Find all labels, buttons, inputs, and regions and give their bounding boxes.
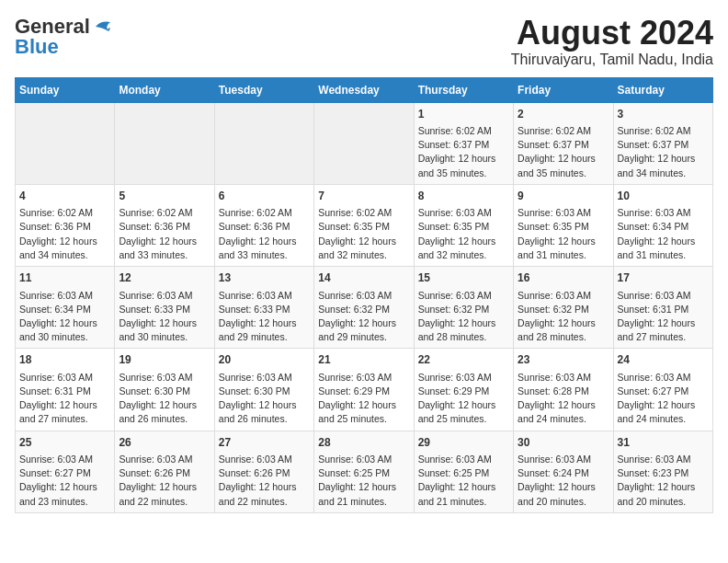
calendar-cell: 18Sunrise: 6:03 AM Sunset: 6:31 PM Dayli…	[16, 349, 115, 431]
day-info: Sunrise: 6:03 AM Sunset: 6:23 PM Dayligh…	[618, 453, 709, 509]
week-row-5: 25Sunrise: 6:03 AM Sunset: 6:27 PM Dayli…	[16, 431, 713, 512]
calendar-cell	[16, 102, 115, 184]
day-info: Sunrise: 6:03 AM Sunset: 6:30 PM Dayligh…	[119, 371, 210, 427]
day-number: 7	[318, 189, 409, 204]
calendar-cell: 27Sunrise: 6:03 AM Sunset: 6:26 PM Dayli…	[214, 431, 313, 512]
day-info: Sunrise: 6:03 AM Sunset: 6:34 PM Dayligh…	[19, 289, 110, 345]
day-number: 14	[318, 270, 409, 286]
calendar-cell: 20Sunrise: 6:03 AM Sunset: 6:30 PM Dayli…	[214, 349, 313, 431]
day-number: 20	[219, 352, 310, 368]
col-header-friday: Friday	[514, 77, 613, 102]
page-subtitle: Thiruvaiyaru, Tamil Nadu, India	[511, 52, 713, 68]
logo: General Blue	[15, 15, 112, 59]
day-number: 18	[19, 352, 110, 368]
calendar-table: SundayMondayTuesdayWednesdayThursdayFrid…	[15, 77, 713, 513]
day-number: 22	[418, 352, 509, 368]
calendar-cell	[214, 102, 313, 184]
calendar-cell: 21Sunrise: 6:03 AM Sunset: 6:29 PM Dayli…	[314, 349, 414, 431]
day-number: 28	[318, 435, 409, 451]
day-number: 29	[418, 435, 509, 451]
day-number: 27	[219, 435, 310, 451]
week-row-2: 4Sunrise: 6:02 AM Sunset: 6:36 PM Daylig…	[16, 184, 713, 266]
day-info: Sunrise: 6:03 AM Sunset: 6:25 PM Dayligh…	[318, 453, 409, 509]
day-number: 16	[518, 270, 609, 286]
calendar-cell: 17Sunrise: 6:03 AM Sunset: 6:31 PM Dayli…	[613, 267, 712, 349]
day-info: Sunrise: 6:02 AM Sunset: 6:36 PM Dayligh…	[19, 206, 110, 262]
day-info: Sunrise: 6:03 AM Sunset: 6:31 PM Dayligh…	[618, 289, 709, 345]
day-number: 8	[418, 189, 509, 204]
calendar-header-row: SundayMondayTuesdayWednesdayThursdayFrid…	[16, 77, 713, 102]
day-info: Sunrise: 6:03 AM Sunset: 6:27 PM Dayligh…	[19, 453, 110, 509]
week-row-1: 1Sunrise: 6:02 AM Sunset: 6:37 PM Daylig…	[16, 102, 713, 184]
day-number: 11	[19, 270, 110, 286]
calendar-cell: 8Sunrise: 6:03 AM Sunset: 6:35 PM Daylig…	[414, 184, 513, 266]
day-info: Sunrise: 6:03 AM Sunset: 6:25 PM Dayligh…	[418, 453, 509, 509]
page-header: General Blue August 2024 Thiruvaiyaru, T…	[15, 15, 713, 68]
day-info: Sunrise: 6:02 AM Sunset: 6:36 PM Dayligh…	[119, 206, 210, 262]
day-number: 15	[418, 270, 509, 286]
day-info: Sunrise: 6:03 AM Sunset: 6:32 PM Dayligh…	[418, 289, 509, 345]
col-header-tuesday: Tuesday	[214, 77, 313, 102]
day-number: 4	[19, 189, 110, 204]
day-number: 2	[518, 107, 609, 122]
day-number: 9	[518, 189, 609, 204]
day-info: Sunrise: 6:03 AM Sunset: 6:26 PM Dayligh…	[219, 453, 310, 509]
col-header-monday: Monday	[115, 77, 214, 102]
calendar-cell: 1Sunrise: 6:02 AM Sunset: 6:37 PM Daylig…	[414, 102, 513, 184]
logo-bird-icon	[92, 18, 112, 35]
day-number: 24	[618, 352, 709, 368]
calendar-cell: 28Sunrise: 6:03 AM Sunset: 6:25 PM Dayli…	[314, 431, 414, 512]
calendar-cell: 2Sunrise: 6:02 AM Sunset: 6:37 PM Daylig…	[514, 102, 613, 184]
day-info: Sunrise: 6:03 AM Sunset: 6:33 PM Dayligh…	[219, 289, 310, 345]
calendar-cell: 4Sunrise: 6:02 AM Sunset: 6:36 PM Daylig…	[16, 184, 115, 266]
day-number: 30	[518, 435, 609, 451]
calendar-cell: 3Sunrise: 6:02 AM Sunset: 6:37 PM Daylig…	[613, 102, 712, 184]
day-info: Sunrise: 6:02 AM Sunset: 6:35 PM Dayligh…	[318, 206, 409, 262]
day-info: Sunrise: 6:03 AM Sunset: 6:30 PM Dayligh…	[219, 371, 310, 427]
week-row-3: 11Sunrise: 6:03 AM Sunset: 6:34 PM Dayli…	[16, 267, 713, 349]
day-info: Sunrise: 6:02 AM Sunset: 6:37 PM Dayligh…	[518, 124, 609, 180]
day-info: Sunrise: 6:02 AM Sunset: 6:37 PM Dayligh…	[418, 124, 509, 180]
calendar-cell: 5Sunrise: 6:02 AM Sunset: 6:36 PM Daylig…	[115, 184, 214, 266]
day-number: 3	[618, 107, 709, 122]
day-info: Sunrise: 6:03 AM Sunset: 6:32 PM Dayligh…	[518, 289, 609, 345]
day-info: Sunrise: 6:03 AM Sunset: 6:34 PM Dayligh…	[618, 206, 709, 262]
day-number: 21	[318, 352, 409, 368]
col-header-thursday: Thursday	[414, 77, 513, 102]
calendar-cell: 7Sunrise: 6:02 AM Sunset: 6:35 PM Daylig…	[314, 184, 414, 266]
day-info: Sunrise: 6:03 AM Sunset: 6:26 PM Dayligh…	[119, 453, 210, 509]
day-info: Sunrise: 6:03 AM Sunset: 6:33 PM Dayligh…	[119, 289, 210, 345]
day-number: 23	[518, 352, 609, 368]
day-info: Sunrise: 6:02 AM Sunset: 6:36 PM Dayligh…	[219, 206, 310, 262]
day-info: Sunrise: 6:03 AM Sunset: 6:24 PM Dayligh…	[518, 453, 609, 509]
day-info: Sunrise: 6:03 AM Sunset: 6:35 PM Dayligh…	[518, 206, 609, 262]
calendar-cell: 24Sunrise: 6:03 AM Sunset: 6:27 PM Dayli…	[613, 349, 712, 431]
calendar-cell: 30Sunrise: 6:03 AM Sunset: 6:24 PM Dayli…	[514, 431, 613, 512]
day-info: Sunrise: 6:02 AM Sunset: 6:37 PM Dayligh…	[618, 124, 709, 180]
calendar-cell: 26Sunrise: 6:03 AM Sunset: 6:26 PM Dayli…	[115, 431, 214, 512]
calendar-cell: 11Sunrise: 6:03 AM Sunset: 6:34 PM Dayli…	[16, 267, 115, 349]
col-header-saturday: Saturday	[613, 77, 712, 102]
calendar-cell: 12Sunrise: 6:03 AM Sunset: 6:33 PM Dayli…	[115, 267, 214, 349]
col-header-wednesday: Wednesday	[314, 77, 414, 102]
week-row-4: 18Sunrise: 6:03 AM Sunset: 6:31 PM Dayli…	[16, 349, 713, 431]
calendar-cell: 13Sunrise: 6:03 AM Sunset: 6:33 PM Dayli…	[214, 267, 313, 349]
day-info: Sunrise: 6:03 AM Sunset: 6:35 PM Dayligh…	[418, 206, 509, 262]
day-number: 17	[618, 270, 709, 286]
calendar-cell: 9Sunrise: 6:03 AM Sunset: 6:35 PM Daylig…	[514, 184, 613, 266]
calendar-cell: 14Sunrise: 6:03 AM Sunset: 6:32 PM Dayli…	[314, 267, 414, 349]
day-number: 6	[219, 189, 310, 204]
day-info: Sunrise: 6:03 AM Sunset: 6:28 PM Dayligh…	[518, 371, 609, 427]
day-number: 19	[119, 352, 210, 368]
calendar-cell: 25Sunrise: 6:03 AM Sunset: 6:27 PM Dayli…	[16, 431, 115, 512]
logo-text-blue: Blue	[15, 35, 59, 59]
day-info: Sunrise: 6:03 AM Sunset: 6:29 PM Dayligh…	[318, 371, 409, 427]
day-info: Sunrise: 6:03 AM Sunset: 6:31 PM Dayligh…	[19, 371, 110, 427]
calendar-cell: 19Sunrise: 6:03 AM Sunset: 6:30 PM Dayli…	[115, 349, 214, 431]
day-number: 1	[418, 107, 509, 122]
calendar-cell: 23Sunrise: 6:03 AM Sunset: 6:28 PM Dayli…	[514, 349, 613, 431]
calendar-cell	[115, 102, 214, 184]
title-area: August 2024 Thiruvaiyaru, Tamil Nadu, In…	[511, 15, 713, 68]
day-number: 10	[618, 189, 709, 204]
day-info: Sunrise: 6:03 AM Sunset: 6:27 PM Dayligh…	[618, 371, 709, 427]
